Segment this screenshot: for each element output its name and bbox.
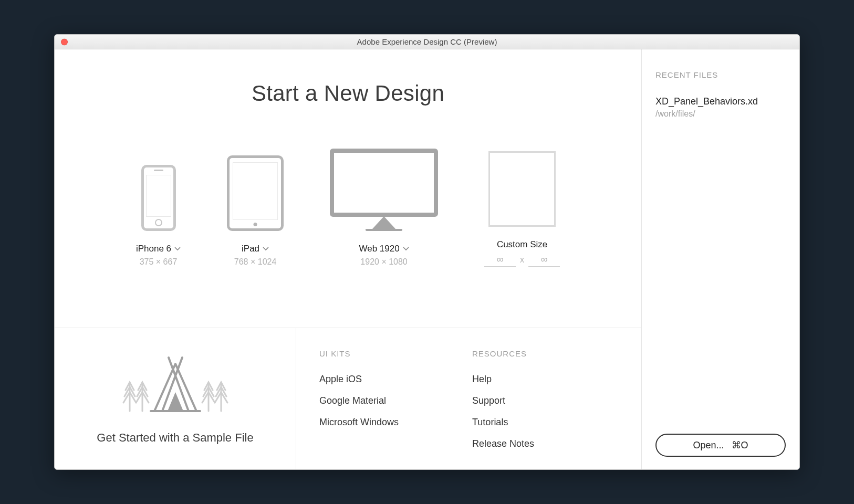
template-label: iPad <box>242 244 269 254</box>
custom-size-inputs: x <box>484 253 560 267</box>
template-dimension: 1920 × 1080 <box>360 257 407 267</box>
template-ipad[interactable]: iPad 768 × 1024 <box>227 147 284 267</box>
iphone-icon <box>141 147 176 231</box>
hero-heading: Start a New Design <box>252 81 444 106</box>
custom-size-separator: x <box>520 255 524 265</box>
close-window-button[interactable] <box>61 38 68 45</box>
lower-panel: Get Started with a Sample File UI KITS A… <box>55 328 641 469</box>
chevron-down-icon[interactable] <box>263 247 269 251</box>
window-titlebar: Adobe Experience Design CC (Preview) <box>55 35 799 49</box>
resource-link-release-notes[interactable]: Release Notes <box>472 438 534 449</box>
ui-kits-heading: UI KITS <box>319 349 399 358</box>
content-area: Start a New Design iPhone 6 375 × 667 <box>55 49 799 469</box>
new-design-section: Start a New Design iPhone 6 375 × 667 <box>55 49 641 328</box>
uikit-link-apple[interactable]: Apple iOS <box>319 374 399 385</box>
ipad-icon <box>227 147 284 231</box>
window-traffic-lights <box>61 38 68 45</box>
template-label: iPhone 6 <box>136 244 181 254</box>
template-web[interactable]: Web 1920 1920 × 1080 <box>330 147 438 267</box>
resources-heading: RESOURCES <box>472 349 534 358</box>
tent-trees-icon <box>120 353 231 418</box>
template-custom[interactable]: Custom Size x <box>484 143 560 267</box>
resource-link-tutorials[interactable]: Tutorials <box>472 417 534 428</box>
links-section: UI KITS Apple iOS Google Material Micros… <box>296 328 641 469</box>
sample-file-label: Get Started with a Sample File <box>97 431 253 445</box>
template-label: Web 1920 <box>359 244 409 254</box>
recent-files-sidebar: RECENT FILES XD_Panel_Behaviors.xd /work… <box>642 49 799 469</box>
template-label-text: iPad <box>242 244 259 254</box>
app-window: Adobe Experience Design CC (Preview) Sta… <box>54 34 800 470</box>
custom-height-input[interactable] <box>528 253 560 267</box>
open-button[interactable]: Open... ⌘O <box>655 434 786 457</box>
uikit-link-google[interactable]: Google Material <box>319 395 399 406</box>
recent-files-heading: RECENT FILES <box>655 70 786 79</box>
template-dimension: 768 × 1024 <box>234 257 277 267</box>
resources-column: RESOURCES Help Support Tutorials Release… <box>472 349 534 469</box>
template-label-text: iPhone 6 <box>136 244 171 254</box>
open-button-shortcut: ⌘O <box>732 439 748 451</box>
window-title: Adobe Experience Design CC (Preview) <box>357 37 497 46</box>
template-dimension: 375 × 667 <box>140 257 178 267</box>
monitor-icon <box>330 147 438 231</box>
resource-link-help[interactable]: Help <box>472 374 534 385</box>
custom-rect-icon <box>488 143 556 227</box>
template-grid: iPhone 6 375 × 667 iPad <box>136 143 560 267</box>
template-label-text: Custom Size <box>497 239 547 250</box>
template-label-text: Web 1920 <box>359 244 399 254</box>
main-panel: Start a New Design iPhone 6 375 × 667 <box>55 49 642 469</box>
custom-width-input[interactable] <box>484 253 516 267</box>
chevron-down-icon[interactable] <box>403 247 409 251</box>
template-label: Custom Size <box>497 239 547 250</box>
open-button-label: Open... <box>693 440 724 451</box>
template-iphone[interactable]: iPhone 6 375 × 667 <box>136 147 181 267</box>
recent-file-name: XD_Panel_Behaviors.xd <box>655 96 786 107</box>
uikit-link-microsoft[interactable]: Microsoft Windows <box>319 417 399 428</box>
sample-file-button[interactable]: Get Started with a Sample File <box>55 328 296 469</box>
ui-kits-column: UI KITS Apple iOS Google Material Micros… <box>319 349 399 469</box>
chevron-down-icon[interactable] <box>174 247 181 251</box>
recent-file-path: /work/files/ <box>655 109 786 119</box>
resource-link-support[interactable]: Support <box>472 395 534 406</box>
recent-file-item[interactable]: XD_Panel_Behaviors.xd /work/files/ <box>655 96 786 119</box>
